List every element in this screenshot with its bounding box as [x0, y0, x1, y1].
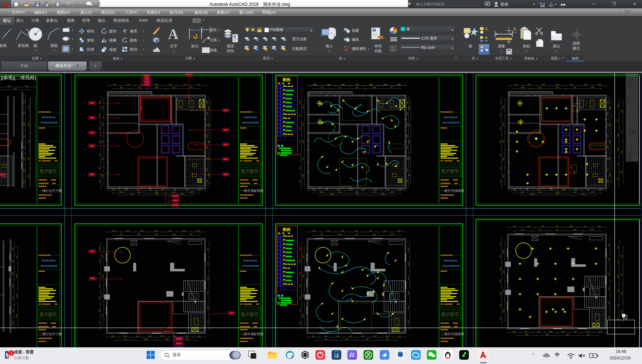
svg-text:1870: 1870 — [13, 88, 17, 89]
svg-text:4100: 4100 — [23, 157, 25, 161]
svg-text:700: 700 — [320, 87, 323, 88]
svg-text:240: 240 — [591, 191, 594, 193]
svg-text:960: 960 — [525, 331, 528, 332]
svg-text:240: 240 — [120, 234, 123, 235]
svg-text:3400: 3400 — [206, 168, 208, 172]
svg-text:700: 700 — [609, 157, 611, 160]
svg-text:700: 700 — [587, 334, 590, 335]
svg-text:2350: 2350 — [186, 189, 189, 190]
svg-text:700: 700 — [102, 314, 103, 317]
svg-text:1100: 1100 — [12, 321, 14, 325]
svg-text:1870: 1870 — [598, 331, 602, 332]
svg-text:客户签字: 客户签字 — [241, 312, 258, 317]
svg-text:4100: 4100 — [390, 191, 394, 193]
svg-text:1100: 1100 — [206, 100, 208, 104]
svg-text:1100: 1100 — [206, 157, 208, 160]
svg-text:240: 240 — [608, 273, 610, 275]
svg-text:1870: 1870 — [341, 84, 345, 85]
svg-text:700: 700 — [299, 167, 301, 169]
svg-text:700: 700 — [23, 112, 25, 114]
svg-text:1100: 1100 — [136, 335, 139, 337]
svg-text:1100: 1100 — [345, 338, 348, 340]
svg-text:700: 700 — [621, 130, 623, 133]
svg-text:960: 960 — [127, 230, 129, 232]
svg-text:700: 700 — [514, 84, 517, 85]
svg-text:✕: ✕ — [635, 74, 637, 77]
svg-text:1870: 1870 — [407, 157, 408, 160]
svg-text:C: C — [574, 171, 575, 173]
svg-text:2350: 2350 — [302, 174, 304, 178]
svg-text:240: 240 — [338, 191, 341, 193]
svg-text:1100: 1100 — [390, 234, 394, 235]
svg-text:1870: 1870 — [537, 189, 541, 190]
svg-text:一楼吊顶材质图: 一楼吊顶材质图 — [240, 189, 264, 193]
svg-text:3400: 3400 — [608, 315, 610, 319]
svg-text:580: 580 — [409, 174, 410, 176]
svg-text:1100: 1100 — [327, 84, 331, 85]
svg-text:960: 960 — [366, 338, 369, 340]
svg-text:580: 580 — [299, 127, 301, 130]
svg-text:2350: 2350 — [599, 189, 602, 190]
svg-text:3400: 3400 — [408, 277, 409, 280]
svg-text:240: 240 — [16, 255, 17, 258]
svg-text:▼: ▼ — [71, 29, 74, 31]
svg-text:][俯视][二维线框]: ][俯视][二维线框] — [1, 75, 36, 80]
svg-text:580: 580 — [617, 105, 619, 107]
svg-text:1100: 1100 — [28, 123, 29, 126]
svg-text:960: 960 — [617, 260, 619, 263]
svg-text:580: 580 — [500, 255, 501, 258]
svg-text:240: 240 — [299, 153, 301, 156]
svg-text:580: 580 — [500, 153, 501, 156]
svg-text:▼: ▼ — [554, 3, 557, 6]
svg-text:3400: 3400 — [609, 107, 611, 110]
svg-text:960: 960 — [99, 167, 100, 169]
svg-text:2350: 2350 — [386, 335, 389, 337]
svg-text:2350: 2350 — [208, 123, 210, 127]
svg-text:4100: 4100 — [617, 133, 619, 137]
svg-text:960: 960 — [137, 189, 139, 190]
svg-text:2350: 2350 — [208, 173, 210, 177]
svg-text:240: 240 — [500, 167, 501, 169]
svg-text:1870: 1870 — [374, 189, 377, 190]
svg-text:580: 580 — [573, 191, 576, 193]
svg-text:580: 580 — [207, 292, 209, 294]
svg-text:960: 960 — [513, 226, 516, 227]
svg-text:580: 580 — [23, 135, 25, 137]
svg-text:2350: 2350 — [545, 334, 549, 335]
svg-text:580: 580 — [500, 292, 501, 295]
svg-text:1100: 1100 — [207, 277, 209, 280]
svg-text:240: 240 — [302, 157, 304, 160]
svg-text:3400: 3400 — [398, 189, 402, 190]
svg-text:240: 240 — [174, 189, 176, 190]
svg-text:4100: 4100 — [154, 230, 158, 232]
svg-text:1100: 1100 — [383, 230, 387, 232]
svg-text:960: 960 — [409, 124, 410, 126]
svg-text:4100: 4100 — [312, 230, 316, 232]
svg-text:240: 240 — [12, 260, 14, 262]
svg-text:1100: 1100 — [562, 189, 566, 190]
svg-text:240: 240 — [299, 297, 301, 299]
svg-text:3400: 3400 — [528, 84, 531, 85]
svg-text:960: 960 — [407, 112, 408, 115]
svg-text:960: 960 — [373, 191, 376, 193]
svg-text:700: 700 — [355, 234, 358, 235]
svg-text:1100: 1100 — [569, 226, 573, 227]
svg-text:580: 580 — [407, 135, 408, 137]
svg-text:960: 960 — [102, 157, 103, 160]
svg-text:580: 580 — [355, 191, 358, 193]
svg-text:3400: 3400 — [23, 123, 25, 126]
svg-text:4100: 4100 — [155, 234, 158, 235]
svg-text:1100: 1100 — [607, 134, 609, 138]
svg-text:2350: 2350 — [598, 84, 601, 85]
svg-text:3400: 3400 — [99, 127, 100, 130]
svg-text:960: 960 — [16, 314, 17, 317]
svg-text:240: 240 — [503, 290, 504, 293]
svg-text:1100: 1100 — [23, 169, 25, 172]
svg-text:图例: 图例 — [283, 227, 290, 232]
svg-text:2350: 2350 — [155, 87, 158, 88]
svg-text:4100: 4100 — [12, 284, 14, 288]
svg-text:▼: ▼ — [71, 48, 74, 50]
svg-text:700: 700 — [124, 338, 127, 340]
svg-text:700: 700 — [538, 229, 541, 231]
svg-text:2350: 2350 — [207, 306, 209, 309]
